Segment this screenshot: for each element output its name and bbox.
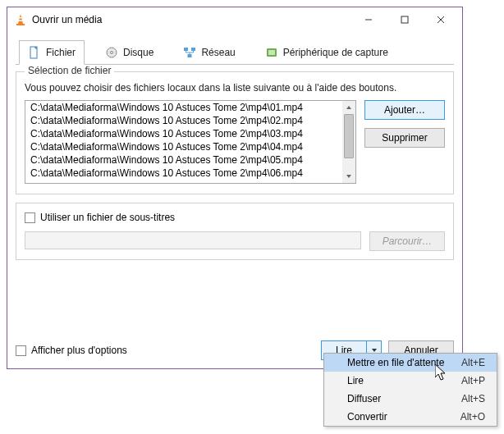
- svg-rect-2: [19, 17, 22, 19]
- subtitle-checkbox-label: Utiliser un fichier de sous-titres: [40, 212, 175, 223]
- checkbox-box-icon: [16, 345, 26, 356]
- menu-item-shortcut: Alt+P: [461, 375, 485, 386]
- menu-item-enqueue[interactable]: Mettre en file d'attente Alt+E: [324, 354, 497, 372]
- tab-capture-label: Périphérique de capture: [283, 47, 388, 58]
- svg-rect-3: [18, 21, 23, 22]
- remove-button[interactable]: Supprimer: [364, 128, 445, 148]
- more-options-label: Afficher plus d'options: [31, 345, 127, 356]
- menu-item-label: Mettre en file d'attente: [347, 357, 444, 368]
- capture-icon: [265, 46, 278, 59]
- svg-rect-12: [191, 48, 195, 51]
- tab-file-label: Fichier: [46, 47, 76, 58]
- subtitle-checkbox[interactable]: Utiliser un fichier de sous-titres: [25, 212, 445, 223]
- list-item[interactable]: C:\data\Mediaforma\Windows 10 Astuces To…: [25, 167, 342, 180]
- svg-marker-17: [346, 175, 351, 178]
- file-selection-hint: Vous pouvez choisir des fichiers locaux …: [25, 82, 445, 94]
- file-icon: [28, 46, 41, 59]
- browse-button-label: Parcourir…: [383, 235, 433, 247]
- list-item[interactable]: C:\data\Mediaforma\Windows 10 Astuces To…: [25, 140, 342, 153]
- minimize-button[interactable]: [351, 8, 387, 31]
- svg-rect-5: [401, 16, 408, 23]
- list-item[interactable]: C:\data\Mediaforma\Windows 10 Astuces To…: [25, 114, 342, 127]
- close-button[interactable]: [423, 8, 459, 31]
- vlc-cone-icon: [14, 13, 27, 26]
- browse-button: Parcourir…: [369, 231, 445, 251]
- menu-item-label: Lire: [347, 375, 364, 386]
- menu-item-label: Convertir: [347, 411, 387, 423]
- menu-item-convert[interactable]: Convertir Alt+O: [324, 408, 497, 426]
- checkbox-box-icon: [25, 212, 35, 223]
- more-options-checkbox[interactable]: Afficher plus d'options: [16, 345, 127, 356]
- subtitle-path-input: [25, 231, 361, 249]
- menu-item-shortcut: Alt+S: [461, 393, 485, 404]
- file-selection-legend: Sélection de fichier: [25, 65, 114, 76]
- scroll-down-icon[interactable]: [342, 170, 355, 183]
- menu-item-stream[interactable]: Diffuser Alt+S: [324, 390, 497, 408]
- add-button[interactable]: Ajouter…: [364, 100, 445, 120]
- list-item[interactable]: C:\data\Mediaforma\Windows 10 Astuces To…: [25, 127, 342, 140]
- menu-item-label: Diffuser: [347, 393, 381, 404]
- svg-rect-11: [184, 48, 188, 51]
- disc-icon: [105, 46, 118, 59]
- tab-disc-label: Disque: [123, 47, 153, 58]
- svg-marker-0: [18, 14, 23, 24]
- menu-item-play[interactable]: Lire Alt+P: [324, 372, 497, 390]
- open-media-dialog: Ouvrir un média Fichier Disque: [7, 7, 463, 369]
- window-title: Ouvrir un média: [32, 14, 351, 25]
- list-item[interactable]: C:\data\Mediaforma\Windows 10 Astuces To…: [25, 101, 342, 114]
- tab-file[interactable]: Fichier: [19, 40, 85, 65]
- maximize-button[interactable]: [387, 8, 423, 31]
- tab-disc[interactable]: Disque: [96, 40, 163, 65]
- add-button-label: Ajouter…: [384, 104, 425, 116]
- tab-capture[interactable]: Périphérique de capture: [256, 40, 397, 65]
- svg-point-10: [111, 52, 113, 54]
- menu-item-shortcut: Alt+O: [460, 411, 485, 423]
- titlebar[interactable]: Ouvrir un média: [7, 7, 462, 32]
- network-icon: [183, 46, 196, 59]
- remove-button-label: Supprimer: [382, 132, 427, 144]
- list-item[interactable]: C:\data\Mediaforma\Windows 10 Astuces To…: [25, 153, 342, 167]
- subtitle-panel: Utiliser un fichier de sous-titres Parco…: [16, 203, 454, 260]
- scroll-up-icon[interactable]: [342, 101, 355, 114]
- scroll-thumb[interactable]: [344, 114, 354, 158]
- svg-marker-16: [346, 106, 351, 109]
- svg-rect-1: [16, 24, 25, 25]
- menu-item-shortcut: Alt+E: [461, 357, 485, 368]
- svg-marker-18: [372, 349, 377, 352]
- file-listbox[interactable]: C:\data\Mediaforma\Windows 10 Astuces To…: [25, 100, 356, 184]
- tab-network-label: Réseau: [201, 47, 235, 58]
- scrollbar[interactable]: [342, 101, 355, 183]
- client-area: Fichier Disque Réseau Périphérique de ca…: [7, 32, 462, 268]
- tab-network[interactable]: Réseau: [174, 40, 244, 65]
- svg-rect-13: [188, 54, 192, 57]
- play-dropdown-menu: Mettre en file d'attente Alt+E Lire Alt+…: [323, 353, 497, 427]
- tabstrip: Fichier Disque Réseau Périphérique de ca…: [16, 37, 454, 65]
- file-selection-panel: Sélection de fichier Vous pouvez choisir…: [16, 71, 454, 194]
- svg-rect-15: [268, 50, 275, 55]
